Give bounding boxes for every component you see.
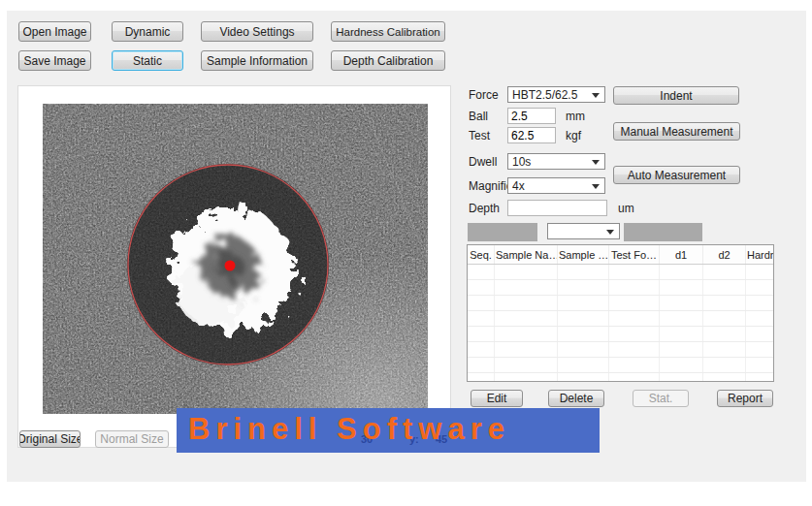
depth-calibration-button[interactable]: Depth Calibration xyxy=(331,50,445,71)
test-force-field[interactable] xyxy=(507,127,556,143)
table-row[interactable] xyxy=(468,327,774,342)
dwell-select[interactable]: 10s xyxy=(507,153,605,170)
ball-label: Ball xyxy=(469,110,488,123)
results-table-header-row: Seq.Sample Na…Sample …Test Fo…d1d2Hardne… xyxy=(468,245,774,265)
banner-title: Brinell Software xyxy=(188,412,510,447)
center-marker-dot xyxy=(225,261,236,271)
hardness-calibration-button[interactable]: Hardness Calibration xyxy=(331,21,445,42)
test-label: Test xyxy=(469,129,490,142)
column-header[interactable]: d1 xyxy=(660,245,703,265)
column-header[interactable]: Hardne… xyxy=(746,245,775,265)
auto-measurement-button[interactable]: Auto Measurement xyxy=(613,166,740,184)
ball-unit-label: mm xyxy=(566,110,585,123)
magnific-selected-value: 4x xyxy=(512,179,525,193)
open-image-button[interactable]: Open Image xyxy=(18,21,91,42)
column-header[interactable]: Test Fo… xyxy=(609,245,660,265)
chevron-down-icon xyxy=(606,230,614,235)
chevron-down-icon xyxy=(592,93,600,98)
video-settings-button[interactable]: Video Settings xyxy=(201,21,313,42)
save-image-button[interactable]: Save Image xyxy=(18,50,91,71)
force-select[interactable]: HBT2.5/62.5 xyxy=(507,86,605,103)
force-label: Force xyxy=(469,88,499,102)
depth-unit-label: um xyxy=(618,202,634,215)
column-header[interactable]: Seq. xyxy=(468,245,495,265)
readout-block-right xyxy=(624,223,702,241)
test-unit-label: kgf xyxy=(566,129,581,142)
brinell-software-banner: 30 y: 45 Brinell Software xyxy=(177,408,600,453)
column-header[interactable]: Sample … xyxy=(558,245,609,265)
indent-button[interactable]: Indent xyxy=(613,86,739,105)
delete-button[interactable]: Delete xyxy=(548,390,604,407)
table-row[interactable] xyxy=(468,265,774,280)
table-row[interactable] xyxy=(468,373,774,383)
table-row[interactable] xyxy=(468,280,774,296)
column-header[interactable]: d2 xyxy=(703,245,746,265)
dwell-label: Dwell xyxy=(469,155,497,169)
extra-select[interactable] xyxy=(547,223,620,239)
sample-information-button[interactable]: Sample Information xyxy=(201,50,313,71)
magnific-select[interactable]: 4x xyxy=(507,177,605,194)
results-table[interactable]: Seq.Sample Na…Sample …Test Fo…d1d2Hardne… xyxy=(467,244,774,382)
static-button[interactable]: Static xyxy=(112,50,183,71)
chevron-down-icon xyxy=(592,160,600,165)
column-header[interactable]: Sample Na… xyxy=(495,245,558,265)
table-row[interactable] xyxy=(468,311,774,327)
indentation-photo[interactable] xyxy=(43,104,428,414)
results-table-body[interactable] xyxy=(468,265,774,383)
ball-diameter-field[interactable] xyxy=(507,108,556,124)
magnific-label: Magnific xyxy=(469,179,512,193)
table-row[interactable] xyxy=(468,358,774,373)
table-row[interactable] xyxy=(468,342,774,358)
force-selected-value: HBT2.5/62.5 xyxy=(512,88,577,102)
readout-block-left xyxy=(468,223,537,241)
original-size-button[interactable]: Original Size xyxy=(19,430,81,448)
normal-size-button[interactable]: Normal Size xyxy=(95,430,169,448)
depth-label: Depth xyxy=(469,202,500,215)
manual-measurement-button[interactable]: Manual Measurement xyxy=(613,122,740,141)
indentation-photo-svg xyxy=(43,104,428,414)
depth-field[interactable] xyxy=(507,200,607,216)
table-row[interactable] xyxy=(468,296,774,311)
dynamic-button[interactable]: Dynamic xyxy=(112,21,183,42)
dwell-selected-value: 10s xyxy=(512,155,531,169)
stat-button[interactable]: Stat. xyxy=(633,390,689,407)
report-button[interactable]: Report xyxy=(717,390,773,407)
chevron-down-icon xyxy=(592,184,600,189)
edit-button[interactable]: Edit xyxy=(471,390,523,407)
